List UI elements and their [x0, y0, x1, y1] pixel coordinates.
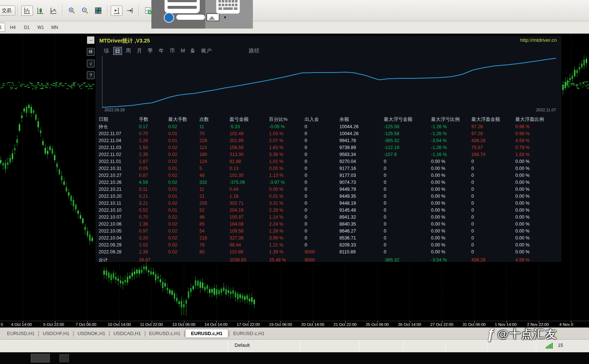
timeframe-H4[interactable]: H4: [7, 23, 19, 32]
column-header: 出入金: [305, 116, 339, 123]
column-header: 次数: [199, 116, 229, 123]
panel-menu-item[interactable]: 季: [148, 47, 153, 54]
connection-speed: 15: [558, 343, 563, 348]
table-row: 2022.10.100.520.0152204.162.28 %09145.48…: [99, 207, 559, 214]
panel-menu-item[interactable]: 周: [126, 47, 131, 54]
chart-tab[interactable]: USDCHF,H1: [39, 329, 73, 338]
panel-menu-item[interactable]: 账户: [201, 47, 211, 54]
hamburger-menu-icon[interactable]: [165, 0, 200, 13]
time-label: 14 Oct 14:00: [205, 322, 228, 327]
panel-side-button-3[interactable]: ?: [87, 71, 95, 79]
panel-menu-item[interactable]: 日: [113, 47, 122, 55]
statusbar-divider: [445, 341, 446, 350]
table-row: 2022.10.270.870.0248102.301.13 %09177.03…: [99, 172, 559, 179]
time-label: 27 Oct 22:00: [430, 322, 453, 327]
time-label: 11 Oct 22:00: [140, 322, 163, 327]
time-label: 20 Oct 14:00: [301, 322, 324, 327]
table-row: 2022.10.070.700.0246100.971.14 %08941.32…: [99, 214, 559, 221]
panel-menu-item[interactable]: 备: [190, 47, 195, 54]
time-label: 4 Oct 14:00: [11, 322, 32, 327]
line-chart-icon[interactable]: [48, 5, 59, 16]
chart-tab[interactable]: EURUSD.c,H1: [185, 329, 228, 338]
keyboard-icon[interactable]: [216, 0, 240, 15]
table-row: 2022.10.050.970.0254109.561.28 %08646.27…: [99, 228, 559, 235]
zoom-out-icon[interactable]: [79, 5, 91, 16]
taskbar-item[interactable]: [59, 354, 69, 362]
timeframe-bar: H1H4D1W1MN: [0, 21, 589, 34]
time-label: 31 Oct 06:00: [463, 322, 486, 327]
equity-end-date: 2022.11.07: [536, 108, 556, 112]
watermark-logo-icon: ƒ: [487, 326, 494, 342]
panel-menu-item[interactable]: 路径: [249, 47, 259, 54]
table-row: 2022.10.113.210.02205302.713.31 %09448.1…: [99, 200, 559, 207]
time-label: 7 Oct 06:00: [76, 322, 96, 327]
panel-menu-item[interactable]: 月: [137, 47, 142, 54]
chart-tab[interactable]: EURUSD,H1: [4, 329, 38, 338]
column-header: 日期: [99, 116, 139, 123]
time-label: 25 Oct 06:00: [366, 322, 389, 327]
statusbar-divider: [487, 341, 488, 350]
toolbar-separator: [107, 5, 108, 16]
taskbar-item[interactable]: [31, 354, 50, 363]
statusbar-divider: [359, 341, 360, 350]
screen-recorder-overlay: ▼: [151, 0, 253, 29]
panel-menu-item[interactable]: 币: [170, 47, 175, 54]
trade-button[interactable]: 交易: [0, 5, 15, 16]
panel-menu: 综日周月季年币M备账户路径: [96, 47, 561, 55]
timeframe-W1[interactable]: W1: [34, 23, 47, 32]
column-header: 盈亏金额: [229, 116, 269, 123]
chart-tab[interactable]: EURUSD.c,H1: [146, 329, 184, 338]
time-label: 5 Oct 22:00: [43, 322, 64, 327]
panel-title: MTDriver统计 ,V3.25: [99, 37, 150, 44]
panel-menu-item[interactable]: 综: [104, 47, 109, 54]
recorder-dropdown-caret[interactable]: ▼: [223, 15, 227, 19]
time-label: 13 Oct 06:00: [172, 322, 195, 327]
table-row: 2022.10.210.110.01110.440.00 %09449.7900…: [99, 186, 559, 193]
taskbar: [0, 352, 589, 364]
record-button-icon[interactable]: [164, 12, 174, 23]
table-row: 2022.09.291.020.027898.441.21 %08209.330…: [99, 242, 559, 249]
statusbar-divider: [228, 341, 228, 350]
candlestick-icon[interactable]: [34, 5, 46, 16]
watermark-text: @十点汇友: [497, 327, 557, 342]
table-row: 2022.10.200.210.01211.160.01 %09449.3500…: [99, 193, 559, 200]
timeframe-MN[interactable]: MN: [48, 23, 61, 32]
table-row: 2022.10.310.050.0150.130.00 %09177.1600.…: [99, 165, 559, 172]
timeframe-H1[interactable]: H1: [0, 23, 5, 32]
table-row: 2022.10.264.590.02332-375.06-3.97 %09074…: [99, 179, 559, 186]
column-header: 百分比%: [269, 116, 305, 123]
recorder-slider[interactable]: [176, 15, 205, 20]
time-label: 17 Oct 22:00: [237, 322, 260, 327]
table-row: 2022.10.043.200.02216327.363.99 %08536.7…: [99, 235, 559, 242]
time-label: 4 Nov 0: [559, 322, 573, 327]
tile-windows-icon[interactable]: [92, 5, 104, 16]
time-label: 26 Oct 14:00: [398, 322, 421, 327]
panel-menu-item[interactable]: M: [181, 47, 185, 54]
toolbar-separator: [18, 5, 18, 16]
chart-area[interactable]: MTDriver统计 ,V3.25 http://mtdriver.cn 综日周…: [0, 34, 589, 321]
equity-start-date: 2022.09.28: [104, 108, 125, 112]
panel-side-button-0[interactable]: −: [87, 36, 95, 44]
column-header: 最大浮亏比例: [431, 116, 471, 123]
bar-chart-icon[interactable]: [21, 5, 33, 16]
statusbar-divider: [300, 341, 300, 350]
panel-menu-item[interactable]: 年: [159, 47, 164, 54]
chart-shift-icon[interactable]: [111, 5, 122, 16]
profile-label[interactable]: Default: [235, 342, 250, 348]
auto-scroll-icon[interactable]: [124, 5, 136, 16]
panel-side-button-1[interactable]: 移: [87, 48, 95, 56]
toolbar-separator: [62, 5, 63, 16]
table-row: 2022.11.022.350.02160313.303.38 %09583.3…: [99, 151, 559, 158]
time-label: 19 Oct 06:00: [269, 322, 292, 327]
chart-tab[interactable]: USDNOK,H1: [74, 329, 108, 338]
zoom-in-icon[interactable]: [66, 5, 78, 16]
table-row: 合计26.872038.9325.49 %8000-365.32-3.54 %4…: [99, 257, 559, 262]
panel-side-button-2[interactable]: √: [87, 60, 95, 67]
table-row: 2022.11.031.500.02113156.551.63 %09739.8…: [99, 144, 559, 151]
column-header: 手数: [139, 116, 168, 123]
panel-url[interactable]: http://mtdriver.cn: [520, 37, 557, 43]
chart-tab[interactable]: EURUSD.c,H1: [230, 329, 268, 338]
chart-tab[interactable]: USDCAD,H1: [110, 329, 144, 338]
timeframe-D1[interactable]: D1: [21, 23, 33, 32]
table-row: 2022.09.281.390.0280110.891.39 %80008110…: [99, 249, 559, 256]
